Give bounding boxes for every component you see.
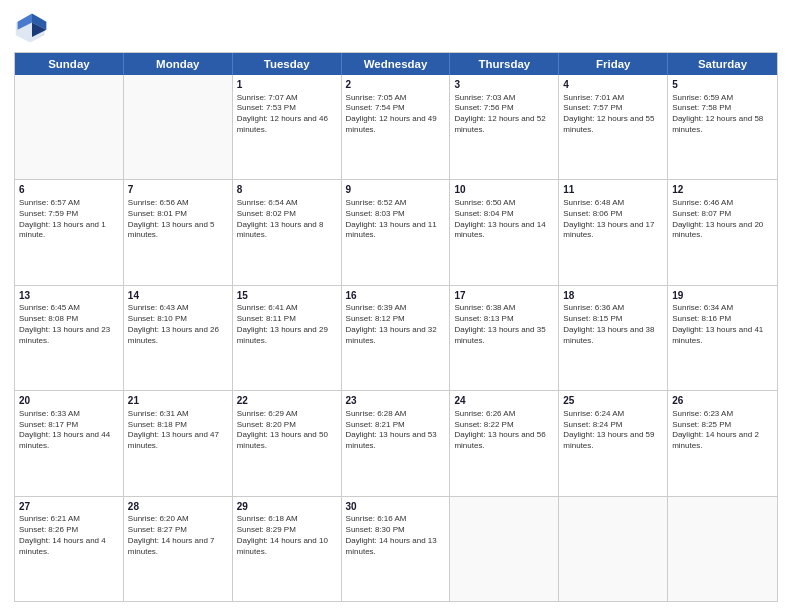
calendar-cell xyxy=(15,75,124,179)
calendar-week-2: 6Sunrise: 6:57 AM Sunset: 7:59 PM Daylig… xyxy=(15,180,777,285)
cell-info: Sunrise: 6:52 AM Sunset: 8:03 PM Dayligh… xyxy=(346,198,446,241)
cell-info: Sunrise: 7:07 AM Sunset: 7:53 PM Dayligh… xyxy=(237,93,337,136)
cell-info: Sunrise: 6:18 AM Sunset: 8:29 PM Dayligh… xyxy=(237,514,337,557)
day-number: 25 xyxy=(563,394,663,408)
day-number: 7 xyxy=(128,183,228,197)
cell-info: Sunrise: 6:50 AM Sunset: 8:04 PM Dayligh… xyxy=(454,198,554,241)
calendar-cell: 11Sunrise: 6:48 AM Sunset: 8:06 PM Dayli… xyxy=(559,180,668,284)
day-number: 15 xyxy=(237,289,337,303)
calendar-cell: 13Sunrise: 6:45 AM Sunset: 8:08 PM Dayli… xyxy=(15,286,124,390)
day-number: 18 xyxy=(563,289,663,303)
cell-info: Sunrise: 7:01 AM Sunset: 7:57 PM Dayligh… xyxy=(563,93,663,136)
calendar-cell: 25Sunrise: 6:24 AM Sunset: 8:24 PM Dayli… xyxy=(559,391,668,495)
cell-info: Sunrise: 6:26 AM Sunset: 8:22 PM Dayligh… xyxy=(454,409,554,452)
cal-header-wednesday: Wednesday xyxy=(342,53,451,75)
calendar-cell: 6Sunrise: 6:57 AM Sunset: 7:59 PM Daylig… xyxy=(15,180,124,284)
calendar-cell: 17Sunrise: 6:38 AM Sunset: 8:13 PM Dayli… xyxy=(450,286,559,390)
calendar-cell xyxy=(450,497,559,601)
calendar-cell: 22Sunrise: 6:29 AM Sunset: 8:20 PM Dayli… xyxy=(233,391,342,495)
calendar-cell: 4Sunrise: 7:01 AM Sunset: 7:57 PM Daylig… xyxy=(559,75,668,179)
cell-info: Sunrise: 7:03 AM Sunset: 7:56 PM Dayligh… xyxy=(454,93,554,136)
cell-info: Sunrise: 6:46 AM Sunset: 8:07 PM Dayligh… xyxy=(672,198,773,241)
day-number: 20 xyxy=(19,394,119,408)
day-number: 21 xyxy=(128,394,228,408)
calendar-cell: 30Sunrise: 6:16 AM Sunset: 8:30 PM Dayli… xyxy=(342,497,451,601)
calendar-cell: 26Sunrise: 6:23 AM Sunset: 8:25 PM Dayli… xyxy=(668,391,777,495)
cell-info: Sunrise: 6:43 AM Sunset: 8:10 PM Dayligh… xyxy=(128,303,228,346)
day-number: 3 xyxy=(454,78,554,92)
cal-header-monday: Monday xyxy=(124,53,233,75)
calendar-cell: 28Sunrise: 6:20 AM Sunset: 8:27 PM Dayli… xyxy=(124,497,233,601)
day-number: 29 xyxy=(237,500,337,514)
calendar-cell: 20Sunrise: 6:33 AM Sunset: 8:17 PM Dayli… xyxy=(15,391,124,495)
day-number: 19 xyxy=(672,289,773,303)
cell-info: Sunrise: 6:45 AM Sunset: 8:08 PM Dayligh… xyxy=(19,303,119,346)
calendar-cell: 27Sunrise: 6:21 AM Sunset: 8:26 PM Dayli… xyxy=(15,497,124,601)
day-number: 8 xyxy=(237,183,337,197)
logo-icon xyxy=(14,10,50,46)
day-number: 14 xyxy=(128,289,228,303)
day-number: 30 xyxy=(346,500,446,514)
calendar-week-1: 1Sunrise: 7:07 AM Sunset: 7:53 PM Daylig… xyxy=(15,75,777,180)
cell-info: Sunrise: 6:56 AM Sunset: 8:01 PM Dayligh… xyxy=(128,198,228,241)
page: SundayMondayTuesdayWednesdayThursdayFrid… xyxy=(0,0,792,612)
calendar-cell: 2Sunrise: 7:05 AM Sunset: 7:54 PM Daylig… xyxy=(342,75,451,179)
cell-info: Sunrise: 6:21 AM Sunset: 8:26 PM Dayligh… xyxy=(19,514,119,557)
cal-header-friday: Friday xyxy=(559,53,668,75)
calendar-cell: 10Sunrise: 6:50 AM Sunset: 8:04 PM Dayli… xyxy=(450,180,559,284)
cell-info: Sunrise: 6:39 AM Sunset: 8:12 PM Dayligh… xyxy=(346,303,446,346)
cell-info: Sunrise: 6:20 AM Sunset: 8:27 PM Dayligh… xyxy=(128,514,228,557)
calendar-cell xyxy=(559,497,668,601)
calendar-cell: 14Sunrise: 6:43 AM Sunset: 8:10 PM Dayli… xyxy=(124,286,233,390)
day-number: 22 xyxy=(237,394,337,408)
cell-info: Sunrise: 6:38 AM Sunset: 8:13 PM Dayligh… xyxy=(454,303,554,346)
cell-info: Sunrise: 7:05 AM Sunset: 7:54 PM Dayligh… xyxy=(346,93,446,136)
calendar-cell: 15Sunrise: 6:41 AM Sunset: 8:11 PM Dayli… xyxy=(233,286,342,390)
cell-info: Sunrise: 6:41 AM Sunset: 8:11 PM Dayligh… xyxy=(237,303,337,346)
day-number: 12 xyxy=(672,183,773,197)
cell-info: Sunrise: 6:36 AM Sunset: 8:15 PM Dayligh… xyxy=(563,303,663,346)
day-number: 1 xyxy=(237,78,337,92)
calendar-week-5: 27Sunrise: 6:21 AM Sunset: 8:26 PM Dayli… xyxy=(15,497,777,601)
calendar-cell: 23Sunrise: 6:28 AM Sunset: 8:21 PM Dayli… xyxy=(342,391,451,495)
calendar-cell: 12Sunrise: 6:46 AM Sunset: 8:07 PM Dayli… xyxy=(668,180,777,284)
calendar-week-4: 20Sunrise: 6:33 AM Sunset: 8:17 PM Dayli… xyxy=(15,391,777,496)
cal-header-thursday: Thursday xyxy=(450,53,559,75)
day-number: 17 xyxy=(454,289,554,303)
calendar-header-row: SundayMondayTuesdayWednesdayThursdayFrid… xyxy=(15,53,777,75)
cell-info: Sunrise: 6:57 AM Sunset: 7:59 PM Dayligh… xyxy=(19,198,119,241)
calendar-cell: 7Sunrise: 6:56 AM Sunset: 8:01 PM Daylig… xyxy=(124,180,233,284)
header xyxy=(14,10,778,46)
day-number: 9 xyxy=(346,183,446,197)
calendar-cell: 18Sunrise: 6:36 AM Sunset: 8:15 PM Dayli… xyxy=(559,286,668,390)
day-number: 28 xyxy=(128,500,228,514)
calendar-cell: 5Sunrise: 6:59 AM Sunset: 7:58 PM Daylig… xyxy=(668,75,777,179)
day-number: 4 xyxy=(563,78,663,92)
day-number: 6 xyxy=(19,183,119,197)
calendar-week-3: 13Sunrise: 6:45 AM Sunset: 8:08 PM Dayli… xyxy=(15,286,777,391)
calendar-cell: 1Sunrise: 7:07 AM Sunset: 7:53 PM Daylig… xyxy=(233,75,342,179)
day-number: 13 xyxy=(19,289,119,303)
day-number: 16 xyxy=(346,289,446,303)
cell-info: Sunrise: 6:23 AM Sunset: 8:25 PM Dayligh… xyxy=(672,409,773,452)
calendar-cell: 8Sunrise: 6:54 AM Sunset: 8:02 PM Daylig… xyxy=(233,180,342,284)
day-number: 2 xyxy=(346,78,446,92)
calendar-cell xyxy=(124,75,233,179)
cal-header-sunday: Sunday xyxy=(15,53,124,75)
calendar-cell xyxy=(668,497,777,601)
cell-info: Sunrise: 6:31 AM Sunset: 8:18 PM Dayligh… xyxy=(128,409,228,452)
day-number: 23 xyxy=(346,394,446,408)
day-number: 24 xyxy=(454,394,554,408)
cal-header-saturday: Saturday xyxy=(668,53,777,75)
cell-info: Sunrise: 6:34 AM Sunset: 8:16 PM Dayligh… xyxy=(672,303,773,346)
day-number: 27 xyxy=(19,500,119,514)
calendar-cell: 24Sunrise: 6:26 AM Sunset: 8:22 PM Dayli… xyxy=(450,391,559,495)
cell-info: Sunrise: 6:29 AM Sunset: 8:20 PM Dayligh… xyxy=(237,409,337,452)
calendar-cell: 29Sunrise: 6:18 AM Sunset: 8:29 PM Dayli… xyxy=(233,497,342,601)
day-number: 10 xyxy=(454,183,554,197)
day-number: 11 xyxy=(563,183,663,197)
cal-header-tuesday: Tuesday xyxy=(233,53,342,75)
cell-info: Sunrise: 6:48 AM Sunset: 8:06 PM Dayligh… xyxy=(563,198,663,241)
calendar: SundayMondayTuesdayWednesdayThursdayFrid… xyxy=(14,52,778,602)
cell-info: Sunrise: 6:16 AM Sunset: 8:30 PM Dayligh… xyxy=(346,514,446,557)
